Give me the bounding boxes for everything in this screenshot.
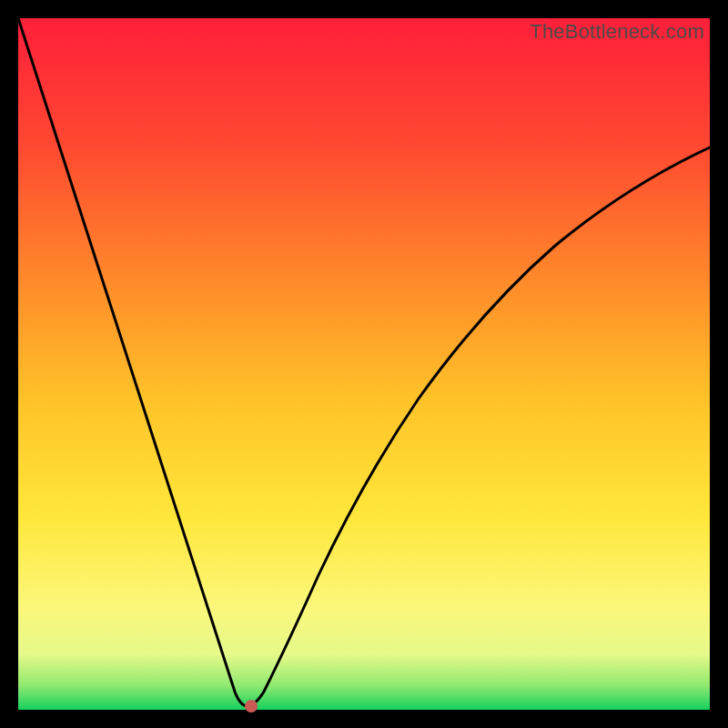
chart-frame: TheBottleneck.com [18, 18, 710, 710]
bottleneck-curve [18, 18, 710, 706]
watermark-text: TheBottleneck.com [530, 20, 704, 44]
optimal-point-marker [245, 700, 258, 713]
chart-curve-layer [18, 18, 710, 710]
